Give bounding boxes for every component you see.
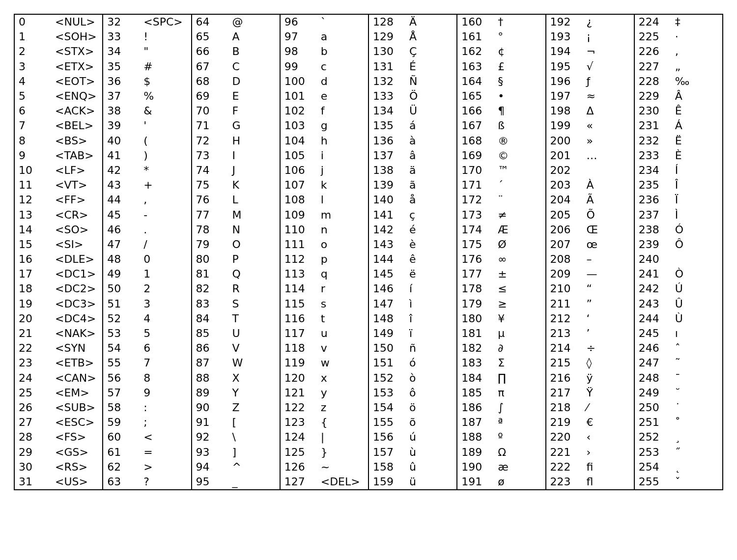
char-glyph: <SYN <box>43 343 99 354</box>
char-code: 202 <box>550 165 575 176</box>
char-code: 231 <box>639 120 663 131</box>
table-row: 42* <box>103 163 191 178</box>
table-row: 13<CR> <box>15 207 102 222</box>
char-code: 194 <box>550 46 575 57</box>
char-glyph: © <box>486 150 542 161</box>
char-code: 76 <box>196 195 221 205</box>
char-code: 109 <box>284 210 309 221</box>
table-row: 209— <box>546 267 634 281</box>
char-code: 8 <box>19 136 43 146</box>
char-glyph: } <box>309 447 365 458</box>
char-glyph: Í <box>663 165 719 176</box>
char-glyph: ﬁ <box>575 462 631 473</box>
char-glyph: <SOH> <box>43 31 99 42</box>
table-row: 135á <box>369 118 456 133</box>
table-row: 200» <box>546 134 634 148</box>
char-glyph: N <box>221 224 277 235</box>
char-code: 127 <box>284 476 309 487</box>
table-row: 104h <box>281 134 368 148</box>
table-row: 9<TAB> <box>15 148 102 163</box>
char-glyph: $ <box>132 76 188 87</box>
table-row: 226‚ <box>635 44 722 59</box>
char-code: 206 <box>550 224 575 235</box>
table-row: 59; <box>103 415 191 430</box>
table-row: 89Y <box>192 386 280 400</box>
char-code: 28 <box>19 432 43 443</box>
char-code: 152 <box>373 373 397 384</box>
table-row: 174Æ <box>457 223 545 237</box>
table-row: 245ı <box>635 326 722 341</box>
table-row: 38& <box>103 104 191 118</box>
char-glyph: ( <box>132 136 188 146</box>
char-code: 45 <box>107 210 132 221</box>
char-code: 42 <box>107 165 132 176</box>
char-glyph: ™ <box>486 165 542 176</box>
char-glyph: d <box>309 76 365 87</box>
char-glyph: ^ <box>221 462 277 473</box>
char-glyph: c <box>309 61 365 72</box>
char-glyph: … <box>575 150 631 161</box>
table-row: 68D <box>192 74 280 89</box>
char-code: 179 <box>461 299 486 309</box>
char-glyph: Î <box>663 180 719 191</box>
char-glyph: ∫ <box>486 402 542 413</box>
table-row: 149ï <box>369 326 456 341</box>
char-code: 121 <box>284 388 309 398</box>
table-row: 75K <box>192 178 280 193</box>
table-row: 7<BEL> <box>15 118 102 133</box>
char-code: 27 <box>19 417 43 428</box>
char-code: 1 <box>19 31 43 42</box>
table-row: 94^ <box>192 460 280 475</box>
table-row: 70F <box>192 104 280 118</box>
char-glyph: q <box>309 269 365 280</box>
table-row: 249˘ <box>635 386 722 400</box>
table-row: 76L <box>192 193 280 207</box>
table-row: 244Ù <box>635 311 722 326</box>
table-row: 142é <box>369 223 456 237</box>
char-glyph: Ü <box>397 106 454 116</box>
char-code: 187 <box>461 417 486 428</box>
table-row: 133Ö <box>369 89 456 104</box>
char-glyph: <ETB> <box>43 358 99 368</box>
char-glyph: ´ <box>486 180 542 191</box>
table-row: 236Ï <box>635 193 722 207</box>
table-row: 171´ <box>457 178 545 193</box>
char-glyph: – <box>575 254 631 265</box>
char-glyph: ò <box>397 373 454 384</box>
char-glyph: k <box>309 180 365 191</box>
char-glyph: / <box>132 239 188 250</box>
char-code: 169 <box>461 150 486 161</box>
char-code: 86 <box>196 343 221 354</box>
char-code: 191 <box>461 476 486 487</box>
char-glyph: : <box>132 402 188 413</box>
char-glyph: Ã <box>575 195 631 205</box>
table-row: 252¸ <box>635 430 722 445</box>
char-glyph: B <box>221 46 277 57</box>
char-code: 16 <box>19 254 43 265</box>
table-row: 156ú <box>369 430 456 445</box>
table-row: 502 <box>103 281 191 296</box>
table-row: 151ó <box>369 356 456 370</box>
table-row: 203À <box>546 178 634 193</box>
table-row: 113q <box>281 267 368 281</box>
table-row: 28<FS> <box>15 430 102 445</box>
char-glyph: ç <box>397 210 454 221</box>
char-glyph: F <box>221 106 277 116</box>
table-row: 155õ <box>369 415 456 430</box>
char-glyph: ÷ <box>575 343 631 354</box>
char-code: 99 <box>284 61 309 72</box>
char-glyph: U <box>221 328 277 339</box>
char-code: 35 <box>107 61 132 72</box>
table-row: 1<SOH> <box>15 29 102 44</box>
table-row: 513 <box>103 297 191 311</box>
char-glyph: | <box>309 432 365 443</box>
char-glyph: § <box>486 76 542 87</box>
char-glyph: î <box>397 313 454 324</box>
char-glyph: X <box>221 373 277 384</box>
char-code: 104 <box>284 136 309 146</box>
char-code: 4 <box>19 76 43 87</box>
char-code: 200 <box>550 136 575 146</box>
char-code: 120 <box>284 373 309 384</box>
char-code: 129 <box>373 31 397 42</box>
char-code: 171 <box>461 180 486 191</box>
